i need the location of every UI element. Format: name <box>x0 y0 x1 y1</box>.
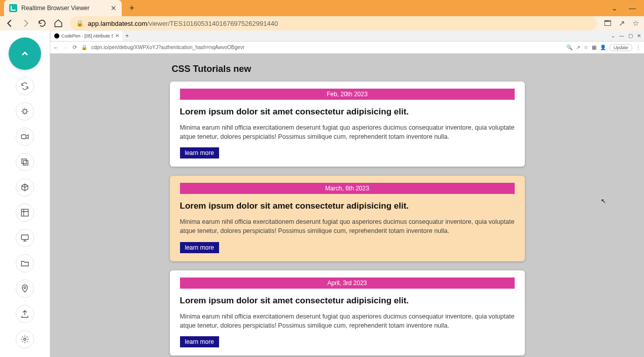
outer-address-bar: 🔒 app.lambdatest.com/viewer/TES101605314… <box>0 16 644 30</box>
inner-window-controls: ⌄ — ▢ ✕ <box>611 33 644 38</box>
inner-new-tab-button[interactable]: + <box>122 32 132 39</box>
svg-rect-2 <box>22 159 26 164</box>
page-content: CSS Tutorials new Feb, 20th 2023Lorem ip… <box>50 54 644 357</box>
inner-tab-bar: CodePen - [05] Attribute Selecto ✕ + ⌄ —… <box>50 30 644 42</box>
svg-point-7 <box>24 338 26 341</box>
tutorial-card: April, 3rd 2023Lorem ipsum dolor sit ame… <box>170 270 525 355</box>
bug-tool[interactable] <box>16 102 34 121</box>
outer-tab-title: Realtime Browser Viewer <box>21 5 106 12</box>
inner-url[interactable]: cdpn.io/pen/debug/XWPXoYJ?authentication… <box>91 45 562 50</box>
card-body: Minima earum nihil officia exercitatione… <box>180 217 515 235</box>
inner-profile-icon[interactable]: 👤 <box>600 45 606 50</box>
svg-rect-3 <box>23 161 28 165</box>
copy-tool[interactable] <box>16 153 34 171</box>
svg-point-6 <box>24 287 26 289</box>
lambdatest-sidebar <box>0 30 50 357</box>
inner-zoom-icon[interactable]: 🔍 <box>566 45 573 50</box>
new-tab-button[interactable]: + <box>125 1 139 15</box>
learn-more-button[interactable]: learn more <box>180 336 219 347</box>
inner-reload-button[interactable]: ⟳ <box>73 44 77 51</box>
close-tab-icon[interactable]: ✕ <box>111 4 117 12</box>
video-tool[interactable] <box>16 128 34 146</box>
chevron-down-icon[interactable]: ⌄ <box>612 4 618 12</box>
inner-minimize-icon[interactable]: — <box>619 33 624 38</box>
card-title: Lorem ipsum dolor sit amet consectetur a… <box>180 296 515 306</box>
codepen-favicon-icon <box>54 33 59 38</box>
outer-url-path: /viewer/TES10160531401676975262991440 <box>147 20 278 27</box>
card-date-bar: April, 3rd 2023 <box>180 277 515 289</box>
back-button[interactable] <box>5 19 14 28</box>
share-icon[interactable]: ↗ <box>619 19 625 28</box>
inner-back-button[interactable]: ← <box>53 45 59 51</box>
embedded-browser: CodePen - [05] Attribute Selecto ✕ + ⌄ —… <box>50 30 644 357</box>
inner-forward-button[interactable]: → <box>63 45 68 51</box>
folder-tool[interactable] <box>16 254 34 272</box>
inner-close-tab-icon[interactable]: ✕ <box>115 33 119 38</box>
minimize-icon[interactable]: — <box>629 4 636 12</box>
outer-url-domain: app.lambdatest.com <box>88 20 147 27</box>
monitor-tool[interactable] <box>16 229 34 247</box>
page-heading: CSS Tutorials new <box>170 64 525 74</box>
inner-close-window-icon[interactable]: ✕ <box>637 33 641 38</box>
card-date-bar: March, 6th 2023 <box>180 183 515 194</box>
inner-maximize-icon[interactable]: ▢ <box>628 33 633 38</box>
layout-tool[interactable] <box>16 204 34 222</box>
card-title: Lorem ipsum dolor sit amet consectetur a… <box>180 201 515 211</box>
cube-tool[interactable] <box>16 178 34 196</box>
svg-point-0 <box>23 109 27 113</box>
lambdatest-favicon-icon <box>9 4 17 12</box>
learn-more-button[interactable]: learn more <box>180 147 219 158</box>
outer-tab[interactable]: Realtime Browser Viewer ✕ <box>4 0 122 16</box>
tutorial-card: Feb, 20th 2023Lorem ipsum dolor sit amet… <box>170 82 525 167</box>
forward-button[interactable] <box>21 19 30 28</box>
settings-tool[interactable] <box>16 330 34 348</box>
card-body: Minima earum nihil officia exercitatione… <box>180 312 515 330</box>
outer-url-field[interactable]: 🔒 app.lambdatest.com/viewer/TES101605314… <box>70 16 597 30</box>
inner-lock-icon: 🔒 <box>81 45 87 50</box>
upload-tool[interactable] <box>16 305 34 323</box>
home-button[interactable] <box>54 19 63 28</box>
inner-tab[interactable]: CodePen - [05] Attribute Selecto ✕ <box>51 31 122 41</box>
svg-rect-4 <box>21 209 28 216</box>
inner-star-icon[interactable]: ☆ <box>584 45 588 50</box>
collapse-fab-button[interactable] <box>9 37 41 70</box>
learn-more-button[interactable]: learn more <box>180 242 219 253</box>
tutorial-card: March, 6th 2023Lorem ipsum dolor sit ame… <box>170 176 525 261</box>
location-tool[interactable] <box>16 280 34 298</box>
inner-update-button[interactable]: Update <box>610 44 632 51</box>
svg-rect-1 <box>21 135 26 139</box>
sync-tool[interactable] <box>16 77 34 95</box>
card-title: Lorem ipsum dolor sit amet consectetur a… <box>180 107 515 117</box>
bookmark-star-icon[interactable]: ☆ <box>632 19 639 28</box>
inner-share-icon[interactable]: ↗ <box>576 45 580 50</box>
inner-extension-icon[interactable]: ▦ <box>592 45 596 50</box>
reload-button[interactable] <box>38 19 47 28</box>
card-body: Minima earum nihil officia exercitatione… <box>180 123 515 141</box>
inner-tab-title: CodePen - [05] Attribute Selecto <box>61 33 113 38</box>
outer-tab-bar: Realtime Browser Viewer ✕ + ⌄ — <box>0 0 644 16</box>
inner-chevron-down-icon[interactable]: ⌄ <box>611 33 615 38</box>
svg-rect-5 <box>21 235 28 240</box>
outer-window-controls: ⌄ — <box>612 0 636 16</box>
outer-toolbar-right: 🗔 ↗ ☆ <box>604 19 639 28</box>
inner-menu-icon[interactable]: ⋮ <box>636 45 641 50</box>
lock-icon: 🔒 <box>76 20 84 27</box>
inner-toolbar: ← → ⟳ 🔒 cdpn.io/pen/debug/XWPXoYJ?authen… <box>50 42 644 54</box>
card-date-bar: Feb, 20th 2023 <box>180 89 515 100</box>
translate-icon[interactable]: 🗔 <box>604 19 612 28</box>
